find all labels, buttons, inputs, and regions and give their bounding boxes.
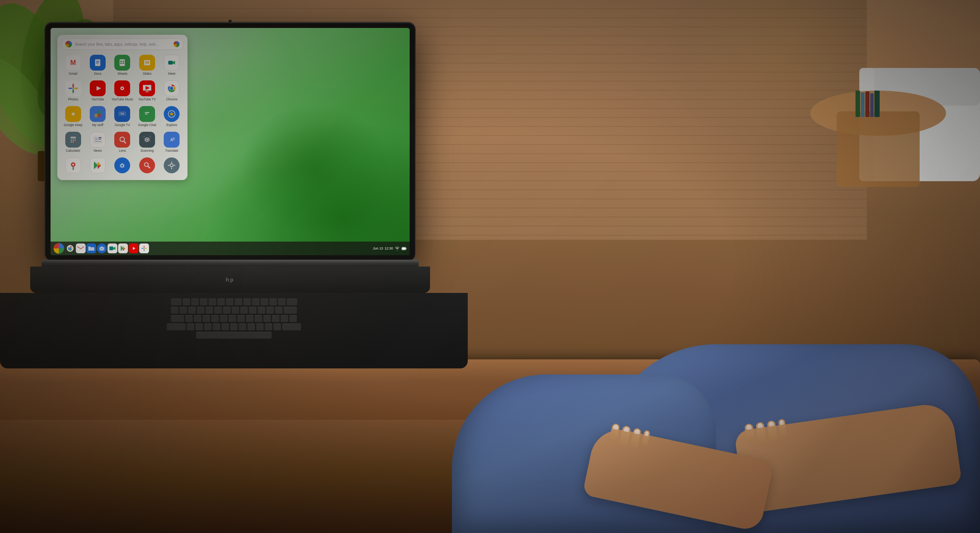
chat-label: Google Chat — [138, 123, 156, 127]
taskbar-youtube[interactable] — [129, 244, 138, 253]
svg-point-99 — [69, 247, 71, 249]
system-taskbar: Jun 13 12:30 — [51, 242, 410, 255]
taskbar-gmail[interactable] — [76, 244, 86, 253]
key-f6[interactable] — [226, 298, 234, 305]
app-meet[interactable]: Meet — [160, 53, 184, 78]
svg-marker-30 — [173, 61, 175, 65]
taskbar-launcher-button[interactable] — [54, 243, 64, 254]
svg-rect-87 — [121, 163, 123, 164]
maps-icon — [65, 157, 81, 173]
svg-rect-52 — [145, 112, 150, 113]
key-f7[interactable] — [235, 298, 242, 305]
mystuff-icon — [90, 106, 106, 122]
svg-rect-24 — [123, 61, 124, 62]
finger-middle-right — [756, 422, 767, 444]
svg-text:TV: TV — [121, 112, 124, 115]
ytmusic-icon — [114, 80, 130, 96]
svg-rect-66 — [95, 137, 98, 140]
svg-rect-109 — [402, 247, 406, 249]
svg-point-61 — [74, 140, 75, 141]
app-news[interactable]: News — [86, 130, 110, 155]
app-docs[interactable]: Docs — [86, 53, 110, 78]
app-lens[interactable]: Lens — [111, 130, 134, 155]
taskbar-date: Jun 13 — [373, 246, 383, 250]
app-youtube[interactable]: YouTube — [86, 78, 110, 104]
svg-point-35 — [121, 88, 123, 89]
keep-icon — [65, 106, 81, 122]
app-sheets[interactable]: Sheets — [111, 53, 134, 78]
app-explore[interactable]: Explore — [160, 104, 184, 129]
docs-icon — [90, 55, 106, 70]
key-f12[interactable] — [278, 298, 286, 305]
scanning-label: Scanning — [140, 149, 154, 153]
key-f1[interactable] — [183, 298, 190, 305]
svg-marker-32 — [97, 86, 101, 91]
photos-icon — [65, 80, 81, 96]
google-assistant-icon[interactable] — [173, 41, 180, 47]
laptop: Search your files, tabs, apps, settings,… — [30, 22, 430, 355]
svg-rect-103 — [101, 246, 103, 247]
app-calculator[interactable]: Calculator — [61, 130, 85, 155]
app-chrome[interactable]: Chrome — [160, 78, 184, 104]
key-esc[interactable] — [171, 298, 181, 305]
key-f5[interactable] — [217, 298, 225, 305]
key-f10[interactable] — [261, 298, 268, 305]
yttv-label: YouTube TV — [138, 97, 156, 102]
taskbar-playstore[interactable] — [118, 244, 128, 253]
docs-label: Docs — [94, 72, 101, 76]
app-gmail[interactable]: M Gmail — [61, 53, 85, 78]
app-slides[interactable]: Slides — [135, 53, 159, 78]
wave-accent-2 — [240, 104, 391, 236]
taskbar-files[interactable] — [86, 244, 96, 253]
taskbar-chrome[interactable] — [65, 244, 75, 253]
key-f3[interactable] — [200, 298, 207, 305]
gmail-icon: M — [65, 55, 81, 70]
battery-icon — [401, 246, 407, 250]
app-googlechat[interactable]: Google Chat — [135, 104, 159, 129]
red-search-icon — [139, 157, 155, 173]
svg-point-83 — [72, 164, 74, 166]
svg-rect-104 — [110, 246, 113, 250]
app-yttv[interactable]: YouTube TV — [135, 78, 159, 104]
key-f2[interactable] — [191, 298, 199, 305]
svg-point-60 — [72, 140, 73, 141]
nail-ring-right — [768, 422, 775, 427]
app-googletv[interactable]: TV Google TV — [111, 104, 134, 129]
app-camera[interactable] — [111, 155, 134, 176]
app-keep[interactable]: Google Keep — [61, 104, 85, 129]
nail-pinky-left — [645, 431, 649, 436]
chrome-icon — [164, 80, 180, 96]
youtube-icon — [90, 80, 106, 96]
app-mystuff[interactable]: My stuff — [86, 104, 110, 129]
nail-index-left — [612, 424, 619, 430]
key-f8[interactable] — [243, 298, 251, 305]
translate-icon: A文 — [164, 132, 180, 148]
key-f4[interactable] — [208, 298, 216, 305]
key-f11[interactable] — [269, 298, 277, 305]
app-photos[interactable]: Photos — [61, 78, 85, 104]
app-ytmusic[interactable]: YouTube Music — [111, 78, 134, 104]
keyboard-row-1 — [22, 298, 445, 305]
taskbar-photos[interactable] — [139, 244, 149, 253]
meet-icon — [164, 55, 180, 70]
svg-point-62 — [70, 142, 72, 143]
taskbar-camera[interactable] — [97, 244, 107, 253]
key-f9[interactable] — [252, 298, 259, 305]
key-del[interactable] — [287, 298, 297, 305]
svg-rect-100 — [77, 246, 84, 251]
mystuff-label: My stuff — [92, 123, 103, 127]
calculator-label: Calculator — [66, 149, 80, 153]
slides-icon — [139, 55, 155, 70]
svg-rect-38 — [146, 91, 149, 92]
taskbar-meet[interactable] — [108, 244, 117, 253]
svg-point-76 — [146, 139, 148, 140]
app-settings[interactable] — [160, 155, 184, 176]
launcher-search-bar[interactable]: Search your files, tabs, apps, settings,… — [61, 38, 184, 50]
youtube-label: YouTube — [91, 97, 104, 102]
app-redsearch[interactable] — [135, 155, 159, 176]
app-scanning[interactable]: Scanning — [135, 130, 159, 155]
app-playstore[interactable] — [86, 155, 110, 176]
app-translate[interactable]: A文 Translate — [160, 130, 184, 155]
photos-label: Photos — [68, 97, 78, 102]
app-maps[interactable] — [61, 155, 85, 176]
